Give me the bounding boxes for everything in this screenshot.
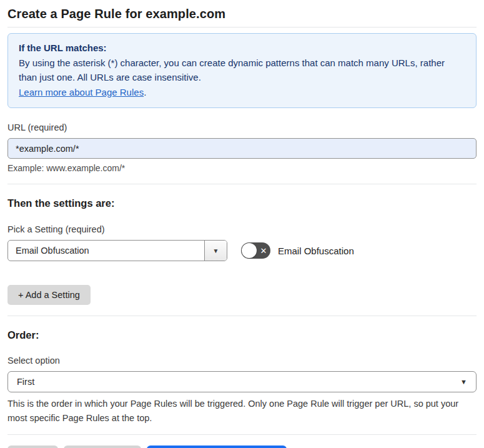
learn-more-link[interactable]: Learn more about Page Rules bbox=[19, 87, 144, 97]
add-setting-button[interactable]: + Add a Setting bbox=[7, 285, 91, 305]
save-as-draft-button[interactable]: Save as Draft bbox=[64, 446, 141, 448]
toggle-knob bbox=[242, 243, 257, 258]
settings-heading: Then the settings are: bbox=[7, 197, 477, 209]
url-matches-callout: If the URL matches: By using the asteris… bbox=[7, 33, 477, 108]
chevron-down-icon: ▼ bbox=[213, 247, 219, 254]
url-input[interactable] bbox=[7, 138, 477, 159]
setting-row: Email Obfuscation ▼ ✕ Email Obfuscation bbox=[7, 240, 477, 261]
setting-select-arrow-button[interactable]: ▼ bbox=[204, 241, 227, 261]
callout-link-suffix: . bbox=[144, 87, 146, 97]
url-label: URL (required) bbox=[7, 122, 477, 132]
setting-select[interactable]: Email Obfuscation ▼ bbox=[7, 240, 227, 261]
chevron-down-icon: ▼ bbox=[460, 378, 467, 386]
page-rule-form: Create a Page Rule for example.com If th… bbox=[0, 0, 484, 448]
settings-section-divider bbox=[7, 316, 477, 316]
order-description: This is the order in which your Page Rul… bbox=[7, 397, 470, 426]
cancel-button[interactable]: Cancel bbox=[7, 446, 58, 448]
pick-setting-label: Pick a Setting (required) bbox=[7, 224, 477, 234]
order-select[interactable]: First ▼ bbox=[7, 371, 477, 392]
callout-heading: If the URL matches: bbox=[19, 41, 465, 56]
order-heading: Order: bbox=[7, 329, 477, 341]
order-select-label: Select option bbox=[7, 356, 477, 366]
save-and-deploy-button[interactable]: Save and Deploy Page Rule bbox=[147, 446, 287, 448]
toggle-label: Email Obfuscation bbox=[278, 246, 354, 256]
footer-actions: Cancel Save as Draft Save and Deploy Pag… bbox=[7, 446, 477, 448]
title-divider bbox=[7, 27, 477, 27]
order-select-value: First bbox=[17, 377, 34, 387]
callout-link-row: Learn more about Page Rules. bbox=[19, 85, 465, 100]
url-section-divider bbox=[7, 184, 477, 184]
url-helper-text: Example: www.example.com/* bbox=[7, 163, 477, 173]
setting-select-value: Email Obfuscation bbox=[8, 241, 204, 261]
toggle-x-icon: ✕ bbox=[257, 242, 270, 259]
footer-divider bbox=[7, 434, 477, 435]
callout-body: By using the asterisk (*) character, you… bbox=[19, 56, 465, 85]
page-title: Create a Page Rule for example.com bbox=[7, 0, 477, 21]
email-obfuscation-toggle[interactable]: ✕ bbox=[241, 242, 270, 259]
